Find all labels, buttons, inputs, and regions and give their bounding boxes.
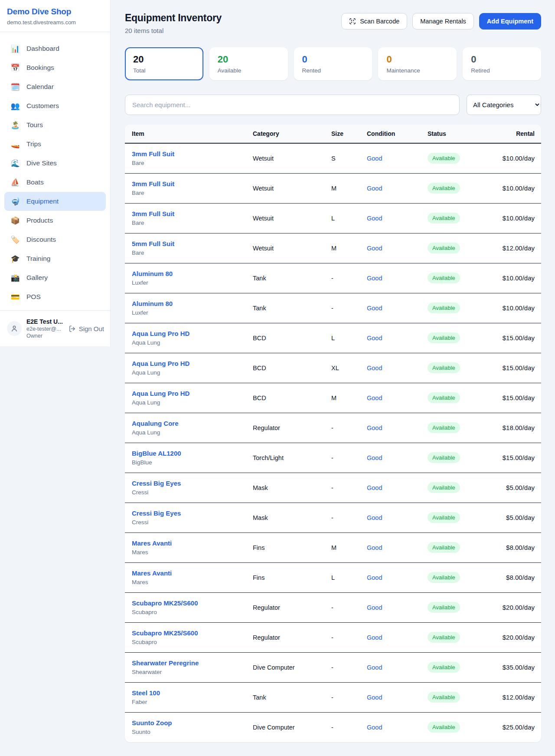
item-brand: Luxfer [132,309,253,316]
item-name-link[interactable]: Cressi Big Eyes [132,480,253,487]
sidebar-item-pos[interactable]: 💳POS [4,287,106,306]
item-name-link[interactable]: Aqua Lung Pro HD [132,330,253,337]
scan-barcode-button[interactable]: Scan Barcode [341,13,407,30]
scan-barcode-label: Scan Barcode [360,18,399,25]
stat-card-available[interactable]: 20Available [209,47,288,80]
sidebar-item-boats[interactable]: ⛵Boats [4,173,106,192]
item-size: - [331,682,367,712]
sidebar-item-dive-sites[interactable]: 🌊Dive Sites [4,154,106,173]
item-name-link[interactable]: 5mm Full Suit [132,240,253,247]
sidebar-item-label: Dive Sites [26,159,57,167]
stat-value-maintenance: 0 [386,54,448,65]
item-condition-link[interactable]: Good [367,424,382,431]
stat-card-retired[interactable]: 0Retired [463,47,541,80]
item-condition-link[interactable]: Good [367,634,382,641]
item-name-link[interactable]: Scubapro MK25/S600 [132,599,253,607]
item-condition-link[interactable]: Good [367,305,382,312]
add-equipment-button[interactable]: Add Equipment [479,13,541,30]
item-condition-link[interactable]: Good [367,394,382,401]
stat-card-rented[interactable]: 0Rented [294,47,372,80]
item-name-link[interactable]: Mares Avanti [132,539,253,547]
status-badge: Available [428,452,460,463]
item-condition-link[interactable]: Good [367,185,382,192]
item-condition-link[interactable]: Good [367,574,382,581]
item-name-link[interactable]: Steel 100 [132,689,253,697]
item-condition-link[interactable]: Good [367,604,382,611]
sidebar-item-training[interactable]: 🎓Training [4,249,106,268]
sidebar-item-trips[interactable]: 🚤Trips [4,135,106,154]
item-name-link[interactable]: Cressi Big Eyes [132,509,253,517]
table-row: Suunto ZoopSuuntoDive Computer-GoodAvail… [125,712,541,742]
item-rental-rate: $5.00/day [493,473,541,503]
item-name-link[interactable]: Aluminum 80 [132,300,253,307]
item-name-link[interactable]: BigBlue AL1200 [132,450,253,457]
item-name-link[interactable]: 3mm Full Suit [132,210,253,217]
item-brand: Scubapro [132,609,253,615]
item-name-link[interactable]: Aqua Lung Pro HD [132,360,253,367]
sidebar-item-customers[interactable]: 👥Customers [4,96,106,115]
item-category: Wetsuit [253,203,331,233]
item-name-link[interactable]: Aluminum 80 [132,270,253,277]
page-title: Equipment Inventory [125,12,222,24]
item-category: Regulator [253,622,331,652]
item-name-link[interactable]: Aqua Lung Pro HD [132,390,253,397]
search-input[interactable] [125,95,460,115]
item-condition-link[interactable]: Good [367,215,382,222]
column-header-size: Size [331,125,367,143]
item-name-link[interactable]: Shearwater Peregrine [132,659,253,667]
item-condition-link[interactable]: Good [367,664,382,671]
sidebar-item-label: Products [26,217,53,224]
item-category: BCD [253,323,331,353]
stat-card-maintenance[interactable]: 0Maintenance [378,47,457,80]
item-condition-link[interactable]: Good [367,155,382,162]
item-name-link[interactable]: Mares Avanti [132,569,253,577]
item-category: Mask [253,503,331,532]
sidebar-item-equipment[interactable]: 🤿Equipment [4,192,106,211]
sidebar-item-gallery[interactable]: 📸Gallery [4,268,106,287]
item-name-link[interactable]: Aqualung Core [132,420,253,427]
table-row: Scubapro MK25/S600ScubaproRegulator-Good… [125,622,541,652]
user-info: E2E Test U... e2e-tester@... Owner [26,318,64,339]
item-condition-link[interactable]: Good [367,514,382,521]
item-size: - [331,293,367,323]
item-name-link[interactable]: Suunto Zoop [132,719,253,726]
sidebar-item-discounts[interactable]: 🏷️Discounts [4,230,106,249]
table-row: Cressi Big EyesCressiMask-GoodAvailable$… [125,473,541,503]
sidebar-item-dashboard[interactable]: 📊Dashboard [4,39,106,58]
stat-card-total[interactable]: 20Total [125,47,203,80]
stat-value-available: 20 [218,54,280,65]
status-badge: Available [428,602,460,613]
item-condition-link[interactable]: Good [367,365,382,371]
item-condition-link[interactable]: Good [367,544,382,551]
item-condition-link[interactable]: Good [367,484,382,491]
item-condition-link[interactable]: Good [367,245,382,252]
item-size: M [331,173,367,203]
item-name-link[interactable]: 3mm Full Suit [132,150,253,158]
sidebar-item-calendar[interactable]: 🗓️Calendar [4,77,106,96]
item-condition-link[interactable]: Good [367,335,382,342]
stat-label-available: Available [218,67,280,74]
item-condition-link[interactable]: Good [367,694,382,701]
sidebar-item-products[interactable]: 📦Products [4,211,106,230]
sidebar-item-label: POS [26,293,41,301]
item-brand: BigBlue [132,459,253,466]
sidebar-item-tours[interactable]: 🏝️Tours [4,115,106,135]
item-category: Mask [253,473,331,503]
table-row: Shearwater PeregrineShearwaterDive Compu… [125,652,541,682]
category-select[interactable]: All Categories [467,95,541,115]
item-category: Wetsuit [253,143,331,173]
item-condition-link[interactable]: Good [367,454,382,461]
status-badge: Available [428,722,460,733]
item-rental-rate: $12.00/day [493,682,541,712]
sign-out-button[interactable]: Sign Out [69,325,104,332]
sidebar-item-label: Equipment [26,197,59,205]
item-name-link[interactable]: Scubapro MK25/S600 [132,629,253,637]
item-condition-link[interactable]: Good [367,724,382,731]
item-name-link[interactable]: 3mm Full Suit [132,180,253,187]
sidebar-item-bookings[interactable]: 📅Bookings [4,58,106,77]
manage-rentals-button[interactable]: Manage Rentals [412,13,474,30]
person-icon [10,325,18,332]
item-condition-link[interactable]: Good [367,275,382,282]
item-brand: Shearwater [132,669,253,675]
dashboard-icon: 📊 [10,44,20,53]
